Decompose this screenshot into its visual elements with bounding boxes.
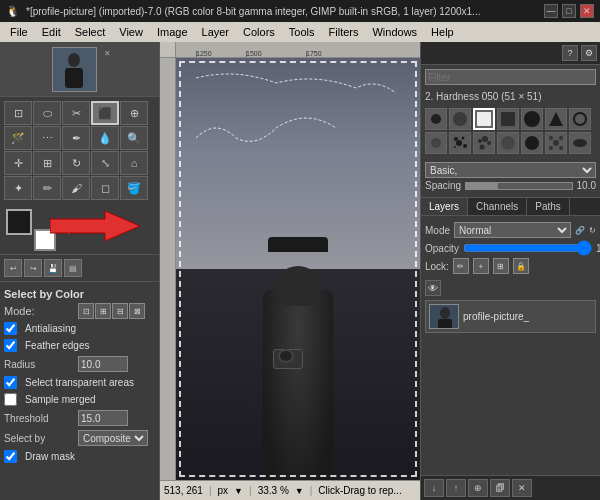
brush-item-13[interactable] xyxy=(545,132,567,154)
sample-merged-checkbox[interactable] xyxy=(4,393,17,406)
menu-help[interactable]: Help xyxy=(425,24,460,40)
tool-scissors[interactable]: ✂ xyxy=(62,101,90,125)
spacing-label: Spacing xyxy=(425,180,461,191)
lock-alpha-icon[interactable]: + xyxy=(473,258,489,274)
tool-move[interactable]: ✛ xyxy=(4,151,32,175)
tool-crop[interactable]: ⌂ xyxy=(120,151,148,175)
brush-item-8[interactable] xyxy=(425,132,447,154)
maximize-button[interactable]: □ xyxy=(562,4,576,18)
tab-layers[interactable]: Layers xyxy=(421,198,468,215)
brush-item-10[interactable] xyxy=(473,132,495,154)
menu-image[interactable]: Image xyxy=(151,24,194,40)
brush-type-select[interactable]: Basic, Pencil xyxy=(425,162,596,178)
svg-point-9 xyxy=(524,111,540,127)
layers-icon[interactable]: ▤ xyxy=(64,259,82,277)
mode-intersect[interactable]: ⊠ xyxy=(129,303,145,319)
refresh-icon[interactable]: ↻ xyxy=(589,226,596,235)
menu-select[interactable]: Select xyxy=(69,24,112,40)
antialiasing-checkbox[interactable] xyxy=(4,322,17,335)
layer-duplicate-button[interactable]: 🗐 xyxy=(490,479,510,497)
svg-point-19 xyxy=(482,136,488,142)
layer-down-button[interactable]: ↓ xyxy=(424,479,444,497)
tool-fuzzy-select[interactable]: 🪄 xyxy=(4,126,32,150)
layer-visibility-icon[interactable]: 👁 xyxy=(425,280,441,296)
canvas-image[interactable] xyxy=(176,58,420,480)
mode-subtract[interactable]: ⊟ xyxy=(112,303,128,319)
draw-mask-checkbox[interactable] xyxy=(4,450,17,463)
foreground-color[interactable] xyxy=(6,209,32,235)
layer-add-button[interactable]: ⊕ xyxy=(468,479,488,497)
brush-item-14[interactable] xyxy=(569,132,591,154)
menu-filters[interactable]: Filters xyxy=(323,24,365,40)
svg-rect-7 xyxy=(477,112,491,126)
brush-item-12[interactable] xyxy=(521,132,543,154)
tool-align[interactable]: ⊞ xyxy=(33,151,61,175)
chain-icon[interactable]: 🔗 xyxy=(575,226,585,235)
select-by-dropdown[interactable]: Composite Red Green Blue xyxy=(78,430,148,446)
antialiasing-row: Antialiasing xyxy=(4,320,155,337)
layer-item[interactable]: profile-picture_ xyxy=(425,300,596,333)
layer-mode-select[interactable]: Normal Multiply Screen xyxy=(454,222,571,238)
menu-view[interactable]: View xyxy=(113,24,149,40)
tool-paintbrush[interactable]: 🖌 xyxy=(62,176,90,200)
brush-item-1[interactable] xyxy=(425,108,447,130)
menu-colors[interactable]: Colors xyxy=(237,24,281,40)
lock-position-icon[interactable]: ⊞ xyxy=(493,258,509,274)
undo-icon[interactable]: ↩ xyxy=(4,259,22,277)
brush-item-9[interactable] xyxy=(449,132,471,154)
brush-item-7[interactable] xyxy=(569,108,591,130)
tool-fill[interactable]: 🪣 xyxy=(120,176,148,200)
brush-item-11[interactable] xyxy=(497,132,519,154)
help-icon[interactable]: ? xyxy=(562,45,578,61)
tool-free-select[interactable]: ⋯ xyxy=(33,126,61,150)
tool-pencil[interactable]: ✏ xyxy=(33,176,61,200)
feather-edges-label: Feather edges xyxy=(25,340,90,351)
tool-rotate[interactable]: ↻ xyxy=(62,151,90,175)
lock-pixels-icon[interactable]: ✏ xyxy=(453,258,469,274)
tab-paths[interactable]: Paths xyxy=(527,198,570,215)
brush-item-6[interactable] xyxy=(545,108,567,130)
mode-add[interactable]: ⊞ xyxy=(95,303,111,319)
tool-color-select[interactable]: ⬛ xyxy=(91,101,119,125)
tool-heal[interactable]: ✦ xyxy=(4,176,32,200)
layer-opacity-slider[interactable] xyxy=(463,242,592,254)
tool-rect-select[interactable]: ⊡ xyxy=(4,101,32,125)
close-button[interactable]: ✕ xyxy=(580,4,594,18)
tab-channels[interactable]: Channels xyxy=(468,198,527,215)
tool-zoom[interactable]: 🔍 xyxy=(120,126,148,150)
layer-delete-button[interactable]: ✕ xyxy=(512,479,532,497)
tool-preview-close[interactable]: ✕ xyxy=(104,49,111,58)
tool-ellipse-select[interactable]: ⬭ xyxy=(33,101,61,125)
menu-edit[interactable]: Edit xyxy=(36,24,67,40)
menu-windows[interactable]: Windows xyxy=(366,24,423,40)
feather-edges-checkbox[interactable] xyxy=(4,339,17,352)
tool-color-picker[interactable]: 💧 xyxy=(91,126,119,150)
menu-layer[interactable]: Layer xyxy=(196,24,236,40)
brush-item-3[interactable] xyxy=(473,108,495,130)
mode-replace[interactable]: ⊡ xyxy=(78,303,94,319)
threshold-input[interactable] xyxy=(78,410,128,426)
brush-item-4[interactable] xyxy=(497,108,519,130)
tool-paths[interactable]: ✒ xyxy=(62,126,90,150)
redo-icon[interactable]: ↪ xyxy=(24,259,42,277)
save-icon[interactable]: 💾 xyxy=(44,259,62,277)
lock-all-icon[interactable]: 🔒 xyxy=(513,258,529,274)
tool-scale[interactable]: ⤡ xyxy=(91,151,119,175)
radius-input[interactable] xyxy=(78,356,128,372)
coords-display: 513, 261 xyxy=(164,485,203,496)
settings-icon[interactable]: ⚙ xyxy=(581,45,597,61)
menu-tools[interactable]: Tools xyxy=(283,24,321,40)
antialiasing-label: Antialiasing xyxy=(25,323,76,334)
brush-item-5[interactable] xyxy=(521,108,543,130)
layer-up-button[interactable]: ↑ xyxy=(446,479,466,497)
brush-item-2[interactable] xyxy=(449,108,471,130)
spacing-bar[interactable] xyxy=(465,182,572,190)
svg-point-24 xyxy=(549,136,553,140)
tool-foreground-select[interactable]: ⊕ xyxy=(120,101,148,125)
tool-eraser[interactable]: ◻ xyxy=(91,176,119,200)
brushes-filter-input[interactable] xyxy=(425,69,596,85)
minimize-button[interactable]: — xyxy=(544,4,558,18)
menu-file[interactable]: File xyxy=(4,24,34,40)
zoom-display: 33.3 % xyxy=(258,485,289,496)
select-transparent-checkbox[interactable] xyxy=(4,376,17,389)
